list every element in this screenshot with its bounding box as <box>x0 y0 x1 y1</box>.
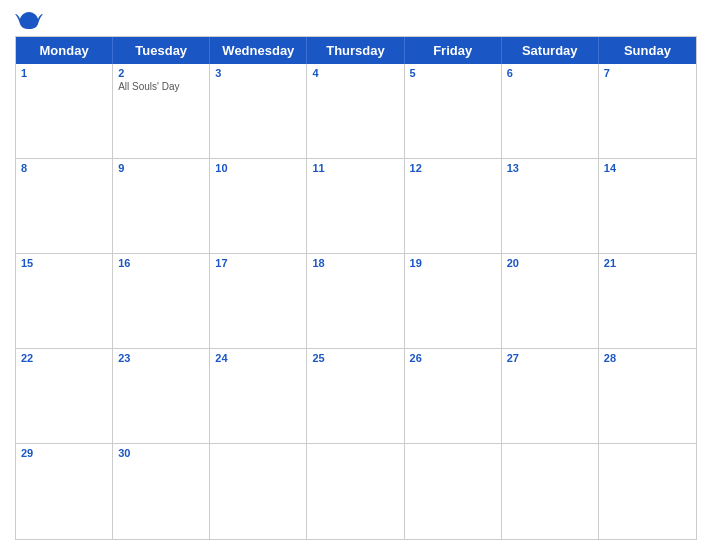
calendar-cell: 25 <box>307 349 404 444</box>
logo <box>15 10 51 30</box>
date-number: 6 <box>507 67 593 79</box>
date-number: 24 <box>215 352 301 364</box>
date-number: 5 <box>410 67 496 79</box>
date-number: 26 <box>410 352 496 364</box>
calendar: MondayTuesdayWednesdayThursdayFridaySatu… <box>15 36 697 540</box>
day-header-tuesday: Tuesday <box>113 37 210 64</box>
calendar-cell: 9 <box>113 159 210 254</box>
date-number: 9 <box>118 162 204 174</box>
date-number: 16 <box>118 257 204 269</box>
date-number: 19 <box>410 257 496 269</box>
date-number: 18 <box>312 257 398 269</box>
date-number: 2 <box>118 67 204 79</box>
date-number: 13 <box>507 162 593 174</box>
calendar-cell: 20 <box>502 254 599 349</box>
date-number: 25 <box>312 352 398 364</box>
calendar-cell: 28 <box>599 349 696 444</box>
calendar-cell: 10 <box>210 159 307 254</box>
event-label: All Souls' Day <box>118 81 204 92</box>
date-number: 20 <box>507 257 593 269</box>
date-number: 27 <box>507 352 593 364</box>
date-number: 4 <box>312 67 398 79</box>
day-header-saturday: Saturday <box>502 37 599 64</box>
calendar-cell: 3 <box>210 64 307 159</box>
date-number: 7 <box>604 67 691 79</box>
calendar-cell: 12 <box>405 159 502 254</box>
date-number: 14 <box>604 162 691 174</box>
calendar-cell: 15 <box>16 254 113 349</box>
calendar-cell <box>210 444 307 539</box>
date-number: 12 <box>410 162 496 174</box>
calendar-cell: 1 <box>16 64 113 159</box>
calendar-cell: 24 <box>210 349 307 444</box>
date-number: 1 <box>21 67 107 79</box>
date-number: 21 <box>604 257 691 269</box>
calendar-cell: 6 <box>502 64 599 159</box>
calendar-cell <box>599 444 696 539</box>
calendar-cell: 17 <box>210 254 307 349</box>
calendar-cell: 18 <box>307 254 404 349</box>
calendar-cell: 2All Souls' Day <box>113 64 210 159</box>
calendar-cell: 16 <box>113 254 210 349</box>
day-header-friday: Friday <box>405 37 502 64</box>
logo-bird-icon <box>15 10 43 30</box>
calendar-cell: 4 <box>307 64 404 159</box>
date-number: 28 <box>604 352 691 364</box>
date-number: 30 <box>118 447 204 459</box>
day-header-monday: Monday <box>16 37 113 64</box>
day-headers-row: MondayTuesdayWednesdayThursdayFridaySatu… <box>16 37 696 64</box>
day-header-wednesday: Wednesday <box>210 37 307 64</box>
date-number: 17 <box>215 257 301 269</box>
date-number: 29 <box>21 447 107 459</box>
date-number: 23 <box>118 352 204 364</box>
page-header <box>15 10 697 30</box>
calendar-cell: 14 <box>599 159 696 254</box>
day-header-thursday: Thursday <box>307 37 404 64</box>
calendar-cell: 7 <box>599 64 696 159</box>
calendar-grid: 12All Souls' Day345678910111213141516171… <box>16 64 696 539</box>
date-number: 11 <box>312 162 398 174</box>
calendar-cell <box>307 444 404 539</box>
date-number: 15 <box>21 257 107 269</box>
calendar-cell <box>502 444 599 539</box>
date-number: 3 <box>215 67 301 79</box>
calendar-cell: 22 <box>16 349 113 444</box>
calendar-cell: 8 <box>16 159 113 254</box>
calendar-cell: 11 <box>307 159 404 254</box>
calendar-cell: 26 <box>405 349 502 444</box>
calendar-cell: 5 <box>405 64 502 159</box>
calendar-cell: 19 <box>405 254 502 349</box>
calendar-cell <box>405 444 502 539</box>
date-number: 8 <box>21 162 107 174</box>
date-number: 22 <box>21 352 107 364</box>
calendar-cell: 29 <box>16 444 113 539</box>
day-header-sunday: Sunday <box>599 37 696 64</box>
calendar-cell: 23 <box>113 349 210 444</box>
calendar-cell: 30 <box>113 444 210 539</box>
calendar-cell: 21 <box>599 254 696 349</box>
calendar-cell: 27 <box>502 349 599 444</box>
date-number: 10 <box>215 162 301 174</box>
calendar-cell: 13 <box>502 159 599 254</box>
